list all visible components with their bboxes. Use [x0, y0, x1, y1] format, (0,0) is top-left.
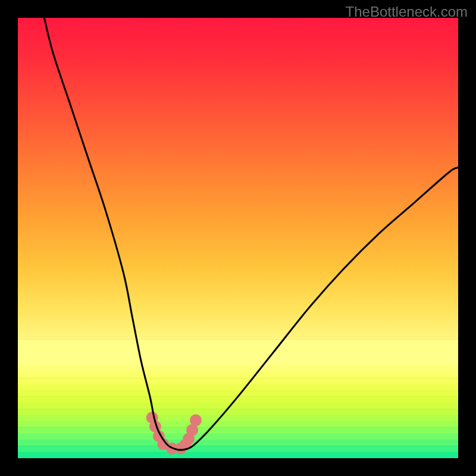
- svg-point-26: [190, 414, 202, 426]
- svg-rect-4: [18, 378, 458, 384]
- svg-rect-15: [18, 446, 458, 452]
- svg-rect-2: [18, 366, 458, 372]
- svg-rect-0: [18, 18, 458, 340]
- svg-rect-11: [18, 421, 458, 428]
- gradient-bands: [18, 18, 458, 458]
- svg-rect-12: [18, 427, 458, 434]
- svg-rect-13: [18, 434, 458, 440]
- svg-rect-1: [18, 339, 458, 366]
- bottleneck-chart: [18, 18, 458, 458]
- svg-rect-14: [18, 440, 458, 446]
- plot-frame: [18, 18, 458, 458]
- svg-rect-16: [18, 452, 458, 458]
- svg-rect-9: [18, 409, 458, 415]
- svg-rect-8: [18, 403, 458, 409]
- watermark-text: TheBottleneck.com: [346, 4, 468, 20]
- svg-rect-10: [18, 415, 458, 421]
- svg-rect-5: [18, 384, 458, 391]
- svg-rect-3: [18, 372, 458, 378]
